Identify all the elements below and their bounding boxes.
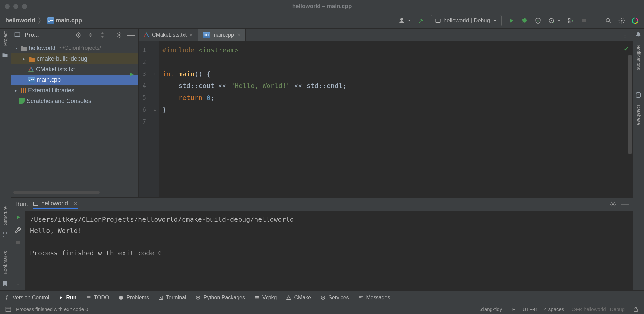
main-toolbar: helloworld 〉 C++ main.cpp helloworld | D… — [0, 13, 644, 29]
svg-rect-9 — [33, 202, 38, 205]
hide-panel-icon[interactable]: — — [621, 201, 629, 208]
folder-icon — [21, 45, 27, 51]
tree-item-label: main.cpp — [37, 77, 61, 83]
breadcrumb-root[interactable]: helloworld — [5, 17, 35, 24]
chevron-down-icon[interactable] — [557, 17, 561, 24]
code-area[interactable]: #include <iostream> int main() { std::co… — [159, 41, 633, 197]
status-context[interactable]: C++: helloworld | Debug — [571, 306, 625, 312]
chevron-right-icon[interactable]: ▸ — [21, 57, 27, 61]
chevron-right-icon: 〉 — [38, 16, 45, 26]
code-token: << std::endl; — [290, 82, 347, 90]
maximize-window-icon[interactable] — [22, 4, 27, 9]
tab-terminal[interactable]: Terminal — [158, 295, 186, 301]
gear-icon[interactable] — [609, 201, 617, 208]
horizontal-scrollbar[interactable] — [13, 191, 136, 195]
attach-icon[interactable] — [567, 17, 574, 24]
locate-icon[interactable] — [75, 31, 82, 39]
tab-run[interactable]: Run — [58, 295, 76, 301]
close-icon[interactable]: ✕ — [237, 32, 241, 38]
tab-services[interactable]: Services — [320, 295, 349, 301]
wrench-icon[interactable] — [14, 226, 22, 234]
breadcrumb-file[interactable]: main.cpp — [56, 17, 82, 24]
settings-gear-icon[interactable] — [618, 17, 625, 24]
fold-start-icon[interactable]: ⊟ — [154, 68, 156, 80]
svg-point-3 — [606, 18, 609, 22]
debug-icon[interactable] — [521, 17, 528, 24]
tab-cmake[interactable]: CMake — [286, 295, 311, 301]
close-icon[interactable]: ✕ — [73, 200, 78, 207]
editor-tab-cmake[interactable]: CMakeLists.txt ✕ — [139, 29, 198, 41]
tree-root-folder[interactable]: ▾ helloworld ~/CLionProjects/ — [11, 43, 138, 53]
structure-icon[interactable] — [2, 231, 9, 238]
tree-external-libraries[interactable]: ▸ External Libraries — [11, 85, 138, 96]
tree-file-main[interactable]: C++ main.cpp — [11, 75, 138, 85]
project-tree[interactable]: ▾ helloworld ~/CLionProjects/ ▸ cmake-bu… — [11, 41, 138, 189]
tab-python-packages[interactable]: Python Packages — [195, 295, 245, 301]
tree-file-cmake[interactable]: CMakeLists.txt — [11, 64, 138, 75]
fold-end-icon[interactable]: ⊟ — [154, 104, 156, 116]
code-token: int — [162, 70, 178, 78]
tree-folder-build[interactable]: ▸ cmake-build-debug — [11, 53, 138, 64]
svg-point-8 — [119, 34, 120, 36]
stop-icon[interactable] — [14, 239, 22, 246]
sidebar-tab-structure[interactable]: Structure — [3, 206, 8, 225]
coverage-icon[interactable] — [534, 17, 542, 24]
rerun-icon[interactable] — [14, 214, 22, 221]
more-icon[interactable]: ⋮ — [621, 31, 629, 39]
expand-all-icon[interactable] — [87, 31, 94, 39]
status-indent[interactable]: 4 spaces — [544, 306, 564, 312]
search-icon[interactable] — [605, 17, 612, 24]
tab-problems[interactable]: Problems — [118, 295, 149, 301]
tab-version-control[interactable]: Version Control — [5, 295, 49, 301]
tab-vcpkg[interactable]: Vcpkg — [254, 295, 277, 301]
scratches-icon — [19, 98, 25, 104]
user-icon[interactable] — [398, 17, 405, 24]
run-output[interactable]: /Users/itkey/CLionProjects/helloworld/cm… — [25, 211, 633, 290]
chevron-down-icon[interactable]: ▾ — [13, 46, 19, 50]
database-icon[interactable] — [635, 92, 642, 99]
run-config-tab[interactable]: helloworld ✕ — [33, 200, 78, 209]
sidebar-tab-database[interactable]: Database — [636, 105, 641, 125]
editor-gutter[interactable]: 1 2 3 ▶ ⊟ 4 5 6 ⊟ 7 — [139, 41, 159, 197]
inspection-ok-icon[interactable]: ✔ — [624, 45, 629, 53]
tab-label: TODO — [94, 295, 109, 301]
bookmark-icon[interactable] — [2, 280, 9, 288]
run-config-selector[interactable]: helloworld | Debug — [431, 15, 502, 26]
tool-windows-icon[interactable] — [5, 306, 12, 313]
svg-rect-5 — [15, 33, 20, 37]
lock-icon[interactable] — [632, 306, 639, 313]
window-controls — [5, 4, 27, 9]
editor-tab-main[interactable]: C++ main.cpp ✕ — [198, 29, 246, 41]
sidebar-tab-notifications[interactable]: Notifications — [636, 45, 641, 70]
folder-icon[interactable] — [2, 52, 9, 59]
tab-todo[interactable]: TODO — [86, 295, 109, 301]
status-clang-tidy[interactable]: .clang-tidy — [480, 306, 502, 312]
sidebar-tab-bookmarks[interactable]: Bookmarks — [3, 251, 8, 274]
profile-icon[interactable] — [548, 17, 555, 24]
bell-icon[interactable] — [635, 31, 642, 39]
close-window-icon[interactable] — [5, 4, 10, 9]
hide-panel-icon[interactable]: — — [128, 31, 135, 39]
gear-icon[interactable] — [116, 31, 123, 39]
bottom-tool-tabs: Version Control Run TODO Problems Termin… — [0, 291, 644, 304]
chevron-right-icon[interactable]: ▸ — [13, 89, 19, 92]
run-icon[interactable] — [508, 17, 515, 24]
minimize-window-icon[interactable] — [13, 4, 18, 9]
expand-icon[interactable]: » — [14, 280, 22, 288]
jetbrains-logo-icon[interactable] — [631, 17, 639, 24]
tree-scratches[interactable]: Scratches and Consoles — [11, 96, 138, 106]
chevron-down-icon[interactable] — [407, 17, 411, 24]
tab-messages[interactable]: Messages — [358, 295, 390, 301]
stop-icon[interactable] — [580, 17, 588, 24]
hammer-build-icon[interactable] — [417, 17, 425, 24]
close-icon[interactable]: ✕ — [189, 32, 193, 38]
run-gutter-icon[interactable]: ▶ — [130, 68, 134, 80]
status-line-ending[interactable]: LF — [509, 306, 515, 312]
status-encoding[interactable]: UTF-8 — [523, 306, 537, 312]
collapse-all-icon[interactable] — [99, 31, 106, 39]
sidebar-tab-project[interactable]: Project — [3, 31, 8, 46]
vertical-scrollbar[interactable] — [628, 55, 632, 154]
project-view-icon[interactable] — [14, 31, 21, 39]
tree-item-label: Scratches and Consoles — [27, 98, 91, 105]
tree-item-label: External Libraries — [28, 87, 74, 94]
